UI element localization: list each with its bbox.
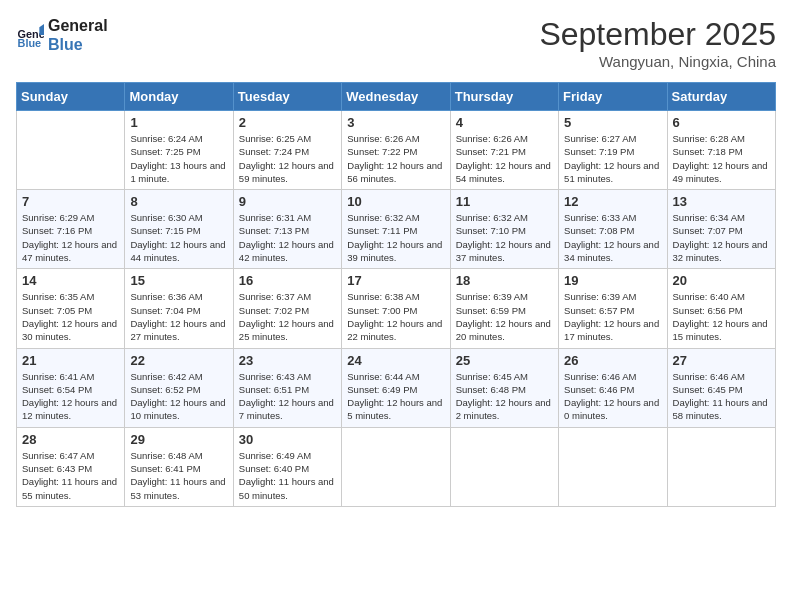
calendar-cell: 21Sunrise: 6:41 AMSunset: 6:54 PMDayligh… [17,348,125,427]
day-number: 28 [22,432,119,447]
calendar-cell: 6Sunrise: 6:28 AMSunset: 7:18 PMDaylight… [667,111,775,190]
calendar-cell: 11Sunrise: 6:32 AMSunset: 7:10 PMDayligh… [450,190,558,269]
day-number: 19 [564,273,661,288]
day-number: 1 [130,115,227,130]
calendar-week-4: 21Sunrise: 6:41 AMSunset: 6:54 PMDayligh… [17,348,776,427]
calendar-cell: 4Sunrise: 6:26 AMSunset: 7:21 PMDaylight… [450,111,558,190]
day-info: Sunrise: 6:40 AMSunset: 6:56 PMDaylight:… [673,290,770,343]
day-info: Sunrise: 6:39 AMSunset: 6:57 PMDaylight:… [564,290,661,343]
day-number: 20 [673,273,770,288]
day-info: Sunrise: 6:41 AMSunset: 6:54 PMDaylight:… [22,370,119,423]
calendar-cell: 30Sunrise: 6:49 AMSunset: 6:40 PMDayligh… [233,427,341,506]
day-number: 5 [564,115,661,130]
day-info: Sunrise: 6:46 AMSunset: 6:46 PMDaylight:… [564,370,661,423]
calendar-header-row: SundayMondayTuesdayWednesdayThursdayFrid… [17,83,776,111]
day-number: 18 [456,273,553,288]
day-number: 6 [673,115,770,130]
calendar-cell [17,111,125,190]
calendar-week-3: 14Sunrise: 6:35 AMSunset: 7:05 PMDayligh… [17,269,776,348]
day-number: 11 [456,194,553,209]
day-number: 27 [673,353,770,368]
day-info: Sunrise: 6:48 AMSunset: 6:41 PMDaylight:… [130,449,227,502]
day-info: Sunrise: 6:24 AMSunset: 7:25 PMDaylight:… [130,132,227,185]
calendar-cell: 2Sunrise: 6:25 AMSunset: 7:24 PMDaylight… [233,111,341,190]
calendar-cell: 15Sunrise: 6:36 AMSunset: 7:04 PMDayligh… [125,269,233,348]
calendar-cell: 3Sunrise: 6:26 AMSunset: 7:22 PMDaylight… [342,111,450,190]
location-subtitle: Wangyuan, Ningxia, China [539,53,776,70]
calendar-cell [559,427,667,506]
calendar-cell: 9Sunrise: 6:31 AMSunset: 7:13 PMDaylight… [233,190,341,269]
day-number: 24 [347,353,444,368]
logo-text-blue: Blue [48,35,108,54]
day-info: Sunrise: 6:27 AMSunset: 7:19 PMDaylight:… [564,132,661,185]
calendar-cell: 29Sunrise: 6:48 AMSunset: 6:41 PMDayligh… [125,427,233,506]
month-title: September 2025 [539,16,776,53]
day-number: 22 [130,353,227,368]
day-info: Sunrise: 6:30 AMSunset: 7:15 PMDaylight:… [130,211,227,264]
day-number: 25 [456,353,553,368]
calendar-cell: 28Sunrise: 6:47 AMSunset: 6:43 PMDayligh… [17,427,125,506]
calendar-cell: 20Sunrise: 6:40 AMSunset: 6:56 PMDayligh… [667,269,775,348]
day-info: Sunrise: 6:25 AMSunset: 7:24 PMDaylight:… [239,132,336,185]
day-number: 15 [130,273,227,288]
day-info: Sunrise: 6:42 AMSunset: 6:52 PMDaylight:… [130,370,227,423]
day-number: 16 [239,273,336,288]
weekday-header-wednesday: Wednesday [342,83,450,111]
day-number: 23 [239,353,336,368]
calendar-cell: 7Sunrise: 6:29 AMSunset: 7:16 PMDaylight… [17,190,125,269]
weekday-header-thursday: Thursday [450,83,558,111]
calendar-cell: 25Sunrise: 6:45 AMSunset: 6:48 PMDayligh… [450,348,558,427]
calendar-week-1: 1Sunrise: 6:24 AMSunset: 7:25 PMDaylight… [17,111,776,190]
day-info: Sunrise: 6:28 AMSunset: 7:18 PMDaylight:… [673,132,770,185]
calendar-cell: 26Sunrise: 6:46 AMSunset: 6:46 PMDayligh… [559,348,667,427]
day-info: Sunrise: 6:35 AMSunset: 7:05 PMDaylight:… [22,290,119,343]
calendar-cell [450,427,558,506]
day-info: Sunrise: 6:37 AMSunset: 7:02 PMDaylight:… [239,290,336,343]
weekday-header-monday: Monday [125,83,233,111]
day-number: 14 [22,273,119,288]
calendar-cell: 24Sunrise: 6:44 AMSunset: 6:49 PMDayligh… [342,348,450,427]
calendar-cell: 17Sunrise: 6:38 AMSunset: 7:00 PMDayligh… [342,269,450,348]
day-number: 29 [130,432,227,447]
day-info: Sunrise: 6:26 AMSunset: 7:21 PMDaylight:… [456,132,553,185]
day-info: Sunrise: 6:49 AMSunset: 6:40 PMDaylight:… [239,449,336,502]
svg-marker-2 [39,24,44,35]
logo: General Blue General Blue [16,16,108,54]
calendar-week-2: 7Sunrise: 6:29 AMSunset: 7:16 PMDaylight… [17,190,776,269]
day-number: 26 [564,353,661,368]
calendar-cell: 5Sunrise: 6:27 AMSunset: 7:19 PMDaylight… [559,111,667,190]
day-number: 8 [130,194,227,209]
weekday-header-sunday: Sunday [17,83,125,111]
calendar-cell: 10Sunrise: 6:32 AMSunset: 7:11 PMDayligh… [342,190,450,269]
day-info: Sunrise: 6:47 AMSunset: 6:43 PMDaylight:… [22,449,119,502]
day-info: Sunrise: 6:34 AMSunset: 7:07 PMDaylight:… [673,211,770,264]
day-number: 10 [347,194,444,209]
weekday-header-friday: Friday [559,83,667,111]
day-info: Sunrise: 6:33 AMSunset: 7:08 PMDaylight:… [564,211,661,264]
day-info: Sunrise: 6:38 AMSunset: 7:00 PMDaylight:… [347,290,444,343]
svg-text:Blue: Blue [18,38,42,50]
calendar-cell: 13Sunrise: 6:34 AMSunset: 7:07 PMDayligh… [667,190,775,269]
logo-icon: General Blue [16,21,44,49]
title-block: September 2025 Wangyuan, Ningxia, China [539,16,776,70]
day-number: 4 [456,115,553,130]
calendar-cell: 16Sunrise: 6:37 AMSunset: 7:02 PMDayligh… [233,269,341,348]
calendar-table: SundayMondayTuesdayWednesdayThursdayFrid… [16,82,776,507]
weekday-header-tuesday: Tuesday [233,83,341,111]
day-info: Sunrise: 6:31 AMSunset: 7:13 PMDaylight:… [239,211,336,264]
logo-text-general: General [48,16,108,35]
calendar-cell [342,427,450,506]
day-number: 3 [347,115,444,130]
calendar-week-5: 28Sunrise: 6:47 AMSunset: 6:43 PMDayligh… [17,427,776,506]
day-info: Sunrise: 6:46 AMSunset: 6:45 PMDaylight:… [673,370,770,423]
calendar-cell: 27Sunrise: 6:46 AMSunset: 6:45 PMDayligh… [667,348,775,427]
calendar-cell: 12Sunrise: 6:33 AMSunset: 7:08 PMDayligh… [559,190,667,269]
day-info: Sunrise: 6:26 AMSunset: 7:22 PMDaylight:… [347,132,444,185]
calendar-cell: 23Sunrise: 6:43 AMSunset: 6:51 PMDayligh… [233,348,341,427]
calendar-cell [667,427,775,506]
day-info: Sunrise: 6:36 AMSunset: 7:04 PMDaylight:… [130,290,227,343]
day-number: 9 [239,194,336,209]
day-number: 13 [673,194,770,209]
calendar-cell: 18Sunrise: 6:39 AMSunset: 6:59 PMDayligh… [450,269,558,348]
weekday-header-saturday: Saturday [667,83,775,111]
